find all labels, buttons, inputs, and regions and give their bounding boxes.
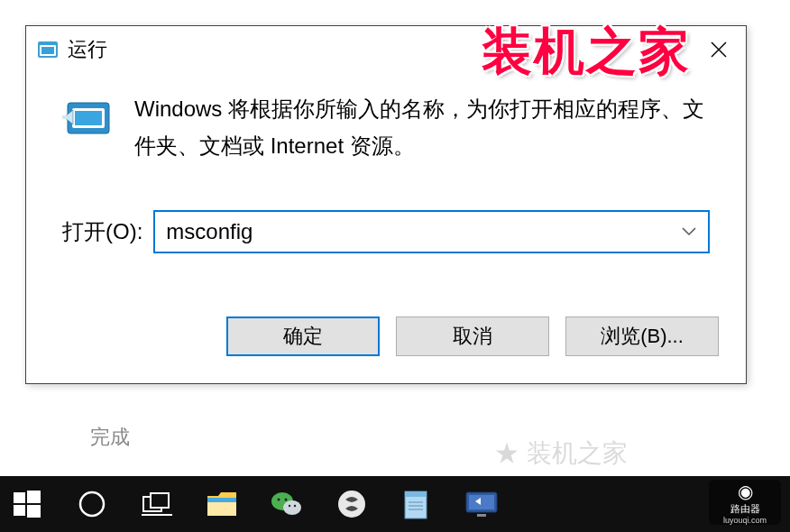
description-text: Windows 将根据你所输入的名称，为你打开相应的程序、文件夹、文档或 Int… [134, 91, 710, 165]
task-view-button[interactable] [137, 484, 177, 524]
command-input[interactable] [155, 212, 670, 252]
svg-point-22 [289, 505, 290, 507]
dialog-body: Windows 将根据你所输入的名称，为你打开相应的程序、文件夹、文档或 Int… [26, 73, 746, 316]
run-icon [37, 39, 59, 60]
svg-rect-9 [27, 491, 41, 503]
svg-rect-8 [14, 492, 25, 503]
bottom-watermark: ◉ 路由器 luyouqi.com [709, 480, 781, 525]
background-watermark: ★ 装机之家 [494, 436, 628, 471]
notepad-icon [401, 488, 432, 520]
svg-rect-17 [207, 498, 236, 502]
watermark-text: 装机之家 [482, 18, 691, 87]
circle-icon [78, 490, 106, 518]
close-button[interactable] [701, 33, 737, 66]
input-row: 打开(O): [62, 210, 710, 253]
svg-point-21 [285, 499, 288, 501]
wifi-icon: ◉ [738, 481, 753, 502]
browse-button[interactable]: 浏览(B)... [565, 316, 719, 356]
svg-rect-31 [469, 495, 494, 509]
app-button[interactable] [462, 484, 501, 524]
svg-point-24 [338, 491, 365, 518]
open-label: 打开(O): [62, 217, 142, 246]
svg-point-19 [283, 500, 301, 515]
svg-rect-11 [27, 505, 41, 518]
wechat-icon [271, 490, 303, 518]
monitor-icon [464, 491, 499, 518]
start-button[interactable] [7, 484, 47, 524]
svg-rect-2 [41, 47, 54, 54]
cancel-button[interactable]: 取消 [396, 316, 549, 356]
folder-icon [206, 491, 238, 518]
dialog-title: 运行 [68, 36, 107, 63]
svg-rect-10 [14, 505, 25, 516]
ok-button[interactable]: 确定 [226, 316, 380, 356]
description-row: Windows 将根据你所输入的名称，为你打开相应的程序、文件夹、文档或 Int… [62, 91, 710, 165]
dropdown-button[interactable] [670, 212, 708, 252]
cortana-button[interactable] [72, 484, 112, 524]
svg-point-20 [278, 499, 280, 501]
sogou-icon [336, 489, 367, 519]
browser-button[interactable] [332, 484, 372, 524]
chevron-down-icon [682, 227, 696, 236]
background-text: 完成 [90, 424, 130, 451]
svg-rect-32 [477, 514, 486, 517]
svg-rect-7 [75, 111, 102, 125]
notepad-button[interactable] [397, 484, 436, 524]
button-row: 确定 取消 浏览(B)... [26, 316, 746, 383]
watermark-url: luyouqi.com [723, 516, 767, 525]
wechat-button[interactable] [267, 484, 307, 524]
svg-rect-26 [405, 491, 427, 497]
command-input-wrapper[interactable] [153, 210, 710, 253]
svg-point-12 [80, 492, 104, 516]
run-large-icon [62, 96, 116, 141]
svg-rect-14 [151, 493, 169, 508]
file-explorer-button[interactable] [202, 484, 242, 524]
taskbar [0, 476, 790, 532]
task-view-icon [142, 491, 172, 517]
windows-icon [14, 491, 41, 518]
watermark-label: 路由器 [730, 502, 760, 516]
svg-point-23 [294, 505, 296, 507]
